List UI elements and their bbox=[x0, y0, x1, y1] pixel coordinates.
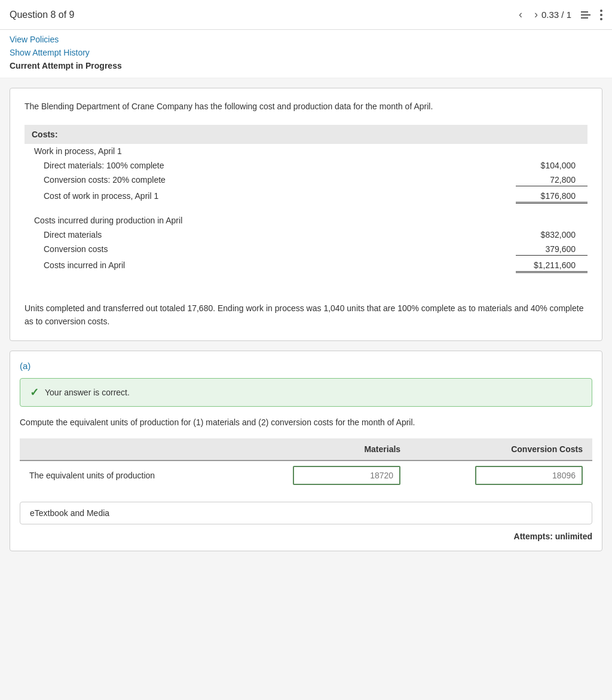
materials-input[interactable] bbox=[293, 466, 400, 485]
dot-2 bbox=[600, 14, 602, 16]
direct-materials-value: $104,000 bbox=[516, 161, 587, 170]
direct-materials2-value: $832,000 bbox=[516, 230, 587, 240]
list-line-3 bbox=[581, 17, 588, 19]
conversion-costs2-value: 379,600 bbox=[516, 244, 587, 256]
score-display: 0.33 / 1 bbox=[541, 10, 571, 20]
table-row: The equivalent units of production bbox=[20, 460, 592, 490]
conversion-costs2-row: Conversion costs 379,600 bbox=[25, 242, 587, 258]
view-policies-link[interactable]: View Policies bbox=[10, 35, 602, 44]
section-a-label: (a) bbox=[20, 361, 592, 371]
question-box: The Blending Department of Crane Company… bbox=[10, 88, 602, 341]
cost-wip-label: Cost of work in process, April 1 bbox=[44, 191, 516, 201]
answer-table: Materials Conversion Costs The equivalen… bbox=[20, 438, 592, 490]
dot-1 bbox=[600, 10, 602, 12]
direct-materials-label: Direct materials: 100% complete bbox=[44, 161, 516, 170]
main-content: The Blending Department of Crane Company… bbox=[0, 78, 612, 561]
costs-incurred-label-row: Costs incurred during production in Apri… bbox=[25, 213, 587, 228]
list-icon[interactable] bbox=[581, 11, 590, 19]
list-line-1 bbox=[581, 11, 588, 13]
check-icon: ✓ bbox=[30, 386, 39, 399]
conversion-input[interactable] bbox=[475, 466, 583, 485]
correct-text: Your answer is correct. bbox=[45, 388, 130, 397]
costs-incurred-label: Costs incurred during production in Apri… bbox=[34, 216, 587, 225]
conversion-header: Conversion Costs bbox=[410, 438, 592, 460]
conversion-costs2-label: Conversion costs bbox=[44, 244, 516, 254]
conversion-costs-label: Conversion costs: 20% complete bbox=[44, 175, 516, 185]
costs-incurred-april-label: Costs incurred in April bbox=[44, 260, 516, 270]
conversion-input-cell bbox=[410, 460, 592, 490]
wip-label: Work in process, April 1 bbox=[34, 146, 587, 156]
units-text: Units completed and transferred out tota… bbox=[25, 302, 587, 328]
correct-banner: ✓ Your answer is correct. bbox=[20, 378, 592, 407]
etextbook-bar[interactable]: eTextbook and Media bbox=[20, 502, 592, 524]
question-label: Question 8 of 9 bbox=[10, 10, 508, 20]
materials-input-cell bbox=[228, 460, 410, 490]
section-a: (a) ✓ Your answer is correct. Compute th… bbox=[10, 351, 602, 551]
more-options-icon[interactable] bbox=[600, 10, 602, 20]
nav-next-button[interactable]: › bbox=[531, 7, 541, 22]
nav-prev-button[interactable]: ‹ bbox=[515, 7, 526, 22]
question-intro: The Blending Department of Crane Company… bbox=[25, 100, 587, 113]
conversion-costs-row: Conversion costs: 20% complete 72,800 bbox=[25, 173, 587, 189]
direct-materials2-label: Direct materials bbox=[44, 230, 516, 240]
nav-buttons: ‹ › bbox=[515, 7, 541, 22]
cost-wip-value: $176,800 bbox=[516, 191, 587, 204]
show-attempt-link[interactable]: Show Attempt History bbox=[10, 48, 602, 57]
etextbook-label: eTextbook and Media bbox=[30, 508, 109, 518]
direct-materials-row: Direct materials: 100% complete $104,000 bbox=[25, 158, 587, 173]
cost-wip-row: Cost of work in process, April 1 $176,80… bbox=[25, 189, 587, 206]
row-label: The equivalent units of production bbox=[20, 460, 228, 490]
costs-header: Costs: bbox=[25, 125, 587, 144]
costs-incurred-april-row: Costs incurred in April $1,211,600 bbox=[25, 258, 587, 275]
conversion-costs-value: 72,800 bbox=[516, 175, 587, 186]
compute-text: Compute the equivalent units of producti… bbox=[20, 416, 592, 429]
header: Question 8 of 9 ‹ › 0.33 / 1 bbox=[0, 0, 612, 30]
wip-row: Work in process, April 1 bbox=[25, 144, 587, 158]
materials-header: Materials bbox=[228, 438, 410, 460]
costs-table: Costs: Work in process, April 1 Direct m… bbox=[25, 125, 587, 275]
list-line-2 bbox=[581, 14, 590, 16]
dot-3 bbox=[600, 18, 602, 20]
attempts-line: Attempts: unlimited bbox=[20, 532, 592, 541]
current-attempt-label: Current Attempt in Progress bbox=[10, 61, 602, 70]
toolbar: View Policies Show Attempt History Curre… bbox=[0, 30, 612, 78]
col1-header bbox=[20, 438, 228, 460]
header-right: 0.33 / 1 bbox=[541, 10, 602, 20]
attempts-label: Attempts: unlimited bbox=[514, 532, 592, 541]
direct-materials2-row: Direct materials $832,000 bbox=[25, 228, 587, 242]
costs-incurred-april-value: $1,211,600 bbox=[516, 260, 587, 273]
